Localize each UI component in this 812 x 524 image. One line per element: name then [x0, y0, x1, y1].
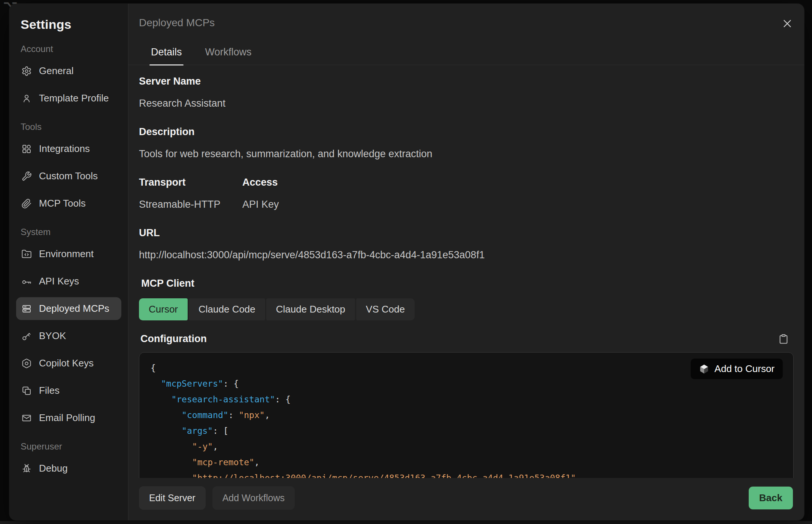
key-round-icon — [21, 276, 32, 287]
bug-icon — [21, 463, 32, 474]
sidebar-item-debug[interactable]: Debug — [16, 457, 121, 480]
key-icon — [21, 331, 32, 341]
url-label: URL — [139, 227, 794, 239]
sidebar-item-label: MCP Tools — [39, 198, 86, 209]
transport-value: Streamable-HTTP — [139, 199, 242, 210]
code-line: "http://localhost:3000/api/mcp/serve/485… — [151, 470, 782, 478]
sidebar-item-label: Environment — [39, 248, 94, 260]
background-page-edge — [0, 521, 812, 524]
edit-server-button[interactable]: Edit Server — [139, 486, 206, 510]
transport-label: Transport — [139, 177, 242, 188]
sidebar-item-email-polling[interactable]: Email Polling — [16, 406, 121, 429]
url-field: URL http://localhost:3000/api/mcp/serve/… — [139, 227, 794, 261]
close-button[interactable] — [781, 17, 794, 30]
sidebar-item-copilot-keys[interactable]: Copilot Keys — [16, 352, 121, 375]
mail-icon — [21, 413, 32, 423]
sidebar-item-files[interactable]: Files — [16, 379, 121, 402]
sidebar-item-label: Integrations — [39, 143, 90, 155]
code-line: { — [151, 360, 782, 376]
configuration-json: { "mcpServers": { "research-assistant": … — [151, 360, 782, 478]
access-field: Access API Key — [242, 177, 279, 210]
panel-title: Deployed MCPs — [139, 16, 215, 29]
settings-title: Settings — [21, 17, 121, 32]
back-button[interactable]: Back — [749, 487, 793, 509]
add-to-cursor-button[interactable]: Add to Cursor — [691, 359, 783, 379]
sidebar-item-label: Template Profile — [39, 92, 109, 104]
copy-configuration-button[interactable] — [778, 333, 789, 345]
sidebar-item-label: API Keys — [39, 275, 79, 287]
sidebar-item-label: General — [39, 65, 74, 77]
sidebar-item-label: Email Polling — [39, 412, 95, 424]
access-label: Access — [242, 177, 279, 188]
blocks-icon — [21, 144, 32, 154]
hexagon-circle-icon — [21, 358, 32, 369]
sidebar-section-label-system: System — [21, 227, 121, 237]
server-name-value: Research Assistant — [139, 98, 794, 109]
mcp-client-segmented-control: CursorClaude CodeClaude DesktopVS Code — [139, 298, 794, 320]
panel-header: Deployed MCPs — [128, 4, 804, 30]
sidebar-item-label: BYOK — [39, 330, 66, 342]
mcp-client-cursor-button[interactable]: Cursor — [139, 298, 188, 320]
sidebar-item-label: Copilot Keys — [39, 357, 94, 369]
paperclip-icon — [21, 198, 32, 209]
tab-details[interactable]: Details — [149, 46, 184, 65]
sidebar-item-template-profile[interactable]: Template Profile — [16, 87, 121, 110]
code-line: "args": [ — [151, 423, 782, 439]
description-value: Tools for web research, summarization, a… — [139, 148, 794, 160]
files-icon — [21, 386, 32, 396]
sidebar-item-byok[interactable]: BYOK — [16, 325, 121, 347]
sidebar-item-custom-tools[interactable]: Custom Tools — [16, 165, 121, 188]
server-name-field: Server Name Research Assistant — [139, 76, 794, 109]
sidebar-section-label-account: Account — [21, 44, 121, 54]
wrench-icon — [21, 171, 32, 182]
add-workflows-button[interactable]: Add Workflows — [212, 486, 295, 510]
mcp-client-claude-desktop-button[interactable]: Claude Desktop — [266, 298, 355, 320]
access-value: API Key — [242, 199, 279, 210]
panel-footer: Edit Server Add Workflows Back — [128, 478, 804, 520]
sidebar-item-label: Debug — [39, 463, 68, 474]
sidebar-section-label-tools: Tools — [21, 122, 121, 132]
deployed-mcps-panel: Deployed MCPs DetailsWorkflows Server Na… — [128, 4, 804, 520]
sidebar-item-mcp-tools[interactable]: MCP Tools — [16, 192, 121, 215]
add-to-cursor-label: Add to Cursor — [715, 363, 775, 375]
server-icon — [21, 304, 32, 314]
tab-workflows[interactable]: Workflows — [204, 46, 253, 65]
sidebar-item-deployed-mcps[interactable]: Deployed MCPs — [16, 297, 121, 320]
folder-code-icon — [21, 249, 32, 259]
mcp-client-claude-code-button[interactable]: Claude Code — [189, 298, 265, 320]
sidebar-item-api-keys[interactable]: API Keys — [16, 270, 121, 293]
sidebar-sections: AccountGeneralTemplate ProfileToolsInteg… — [16, 44, 121, 480]
sidebar-section-label-superuser: Superuser — [21, 441, 121, 452]
url-value: http://localhost:3000/api/mcp/serve/4853… — [139, 249, 794, 261]
settings-sidebar: Settings AccountGeneralTemplate ProfileT… — [9, 4, 128, 520]
sidebar-item-label: Deployed MCPs — [39, 303, 109, 314]
transport-field: Transport Streamable-HTTP — [139, 177, 242, 210]
sidebar-item-label: Custom Tools — [39, 170, 98, 182]
gear-icon — [21, 66, 32, 76]
mcp-client-label: MCP Client — [141, 278, 794, 289]
code-line: "mcp-remote", — [151, 454, 782, 470]
settings-modal: Settings AccountGeneralTemplate ProfileT… — [9, 4, 804, 520]
configuration-header: Configuration — [140, 333, 794, 345]
configuration-label: Configuration — [140, 333, 207, 345]
code-line: "research-assistant": { — [151, 392, 782, 407]
server-name-label: Server Name — [139, 76, 794, 87]
mcp-client-field: MCP Client CursorClaude CodeClaude Deskt… — [139, 278, 794, 320]
transport-access-row: Transport Streamable-HTTP Access API Key — [139, 177, 794, 210]
code-line: "mcpServers": { — [151, 376, 782, 392]
user-icon — [21, 93, 32, 104]
close-icon — [781, 17, 794, 30]
tab-bar: DetailsWorkflows — [128, 46, 804, 65]
code-line: "command": "npx", — [151, 407, 782, 423]
sidebar-item-label: Files — [39, 385, 60, 396]
sidebar-item-general[interactable]: General — [16, 60, 121, 82]
sidebar-item-integrations[interactable]: Integrations — [16, 137, 121, 160]
sidebar-item-environment[interactable]: Environment — [16, 243, 121, 265]
description-label: Description — [139, 126, 794, 138]
cursor-cube-icon — [699, 364, 709, 374]
description-field: Description Tools for web research, summ… — [139, 126, 794, 160]
clipboard-icon — [778, 333, 789, 345]
details-content: Server Name Research Assistant Descripti… — [128, 65, 804, 478]
mcp-client-vs-code-button[interactable]: VS Code — [356, 298, 415, 320]
configuration-code-block: Add to Cursor { "mcpServers": { "researc… — [139, 352, 794, 478]
